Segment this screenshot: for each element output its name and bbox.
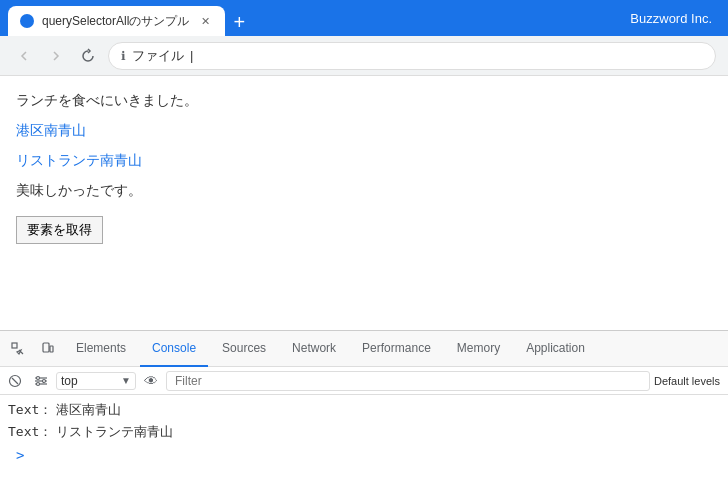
tab-console[interactable]: Console — [140, 331, 208, 367]
tab-favicon — [20, 14, 34, 28]
devtools-tab-bar: Elements Console Sources Network Perform… — [0, 331, 728, 367]
tab-close-button[interactable]: ✕ — [197, 13, 213, 29]
devtools-panel: Elements Console Sources Network Perform… — [0, 330, 728, 500]
console-line-2: Text： リストランテ南青山 — [8, 421, 720, 443]
svg-rect-0 — [12, 343, 17, 348]
back-button[interactable] — [12, 44, 36, 68]
page-line1: ランチを食べにいきました。 — [16, 92, 712, 110]
get-elements-button[interactable]: 要素を取得 — [16, 216, 103, 244]
tab-sources[interactable]: Sources — [210, 331, 278, 367]
tab-title: querySelectorAllのサンプル — [42, 13, 189, 30]
console-label-2: Text： — [8, 423, 52, 441]
url-separator: | — [190, 48, 193, 63]
console-value-1: 港区南青山 — [56, 401, 121, 419]
reload-button[interactable] — [76, 44, 100, 68]
tab-bar: querySelectorAllのサンプル ✕ + — [8, 0, 622, 36]
default-levels-label: Default levels — [654, 375, 724, 387]
context-value: top — [61, 374, 78, 388]
chevron-down-icon: ▼ — [121, 375, 131, 386]
console-value-2: リストランテ南青山 — [56, 423, 173, 441]
tab-elements[interactable]: Elements — [64, 331, 138, 367]
address-bar: ℹ ファイル | — [0, 36, 728, 76]
page-link2[interactable]: リストランテ南青山 — [16, 152, 712, 170]
filter-toggle-button[interactable] — [30, 370, 52, 392]
svg-point-6 — [43, 379, 46, 382]
brand-text: Buzzword Inc. — [630, 11, 720, 26]
url-text: ファイル — [132, 47, 184, 65]
lock-icon: ℹ — [121, 49, 126, 63]
inspect-element-icon[interactable] — [4, 335, 32, 363]
device-toolbar-icon[interactable] — [34, 335, 62, 363]
tab-network[interactable]: Network — [280, 331, 348, 367]
tab-application[interactable]: Application — [514, 331, 597, 367]
new-tab-button[interactable]: + — [225, 8, 253, 36]
console-label-1: Text： — [8, 401, 52, 419]
active-tab[interactable]: querySelectorAllのサンプル ✕ — [8, 6, 225, 36]
console-prompt[interactable]: > — [8, 443, 720, 467]
page-content: ランチを食べにいきました。 港区南青山 リストランテ南青山 美味しかったです。 … — [0, 76, 728, 330]
clear-console-button[interactable] — [4, 370, 26, 392]
svg-rect-2 — [50, 346, 53, 352]
svg-point-5 — [37, 376, 40, 379]
forward-button[interactable] — [44, 44, 68, 68]
filter-input[interactable] — [166, 371, 650, 391]
title-bar: querySelectorAllのサンプル ✕ + Buzzword Inc. — [0, 0, 728, 36]
console-toolbar: top ▼ 👁 Default levels — [0, 367, 728, 395]
page-line2: 美味しかったです。 — [16, 182, 712, 200]
tab-memory[interactable]: Memory — [445, 331, 512, 367]
tab-performance[interactable]: Performance — [350, 331, 443, 367]
svg-line-4 — [12, 378, 18, 384]
console-line-1: Text： 港区南青山 — [8, 399, 720, 421]
svg-point-7 — [37, 382, 40, 385]
svg-rect-1 — [43, 343, 49, 352]
url-bar[interactable]: ℹ ファイル | — [108, 42, 716, 70]
console-output: Text： 港区南青山 Text： リストランテ南青山 > — [0, 395, 728, 471]
eye-button[interactable]: 👁 — [140, 370, 162, 392]
page-link1[interactable]: 港区南青山 — [16, 122, 712, 140]
context-selector[interactable]: top ▼ — [56, 372, 136, 390]
